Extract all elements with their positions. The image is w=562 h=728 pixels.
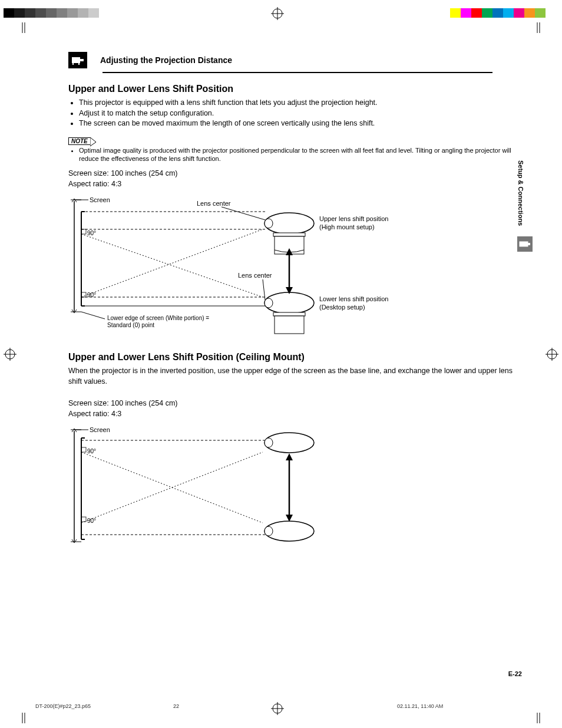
svg-rect-51 — [273, 312, 305, 316]
registration-mark-icon — [271, 7, 284, 20]
spec-screen-size: Screen size: 100 inches (254 cm) — [68, 169, 522, 179]
spec-aspect-ratio: Aspect ratio: 4:3 — [68, 179, 522, 190]
bullet-item: This projector is equipped with a lens s… — [79, 98, 522, 108]
screen-label: Screen — [90, 196, 110, 203]
crop-mark-icon — [537, 22, 550, 35]
svg-marker-28 — [90, 137, 96, 146]
section1-heading: Upper and Lower Lens Shift Position — [68, 84, 522, 94]
section2-intro: When the projector is in the inverted po… — [68, 366, 522, 387]
note-item: Optimal image quality is produced with t… — [79, 146, 522, 163]
registration-mark-icon — [546, 348, 558, 361]
svg-rect-52 — [275, 316, 304, 334]
section1-bullets: This projector is equipped with a lens s… — [68, 98, 522, 129]
lens-center-label: Lens center — [238, 272, 272, 279]
svg-line-39 — [81, 234, 263, 297]
footer-date: 02.11.21, 11:40 AM — [397, 703, 443, 709]
print-footer: DT-200(E)#p22_23.p65 22 02.11.21, 11:40 … — [35, 703, 527, 709]
ceiling-mount-diagram: Screen 90° 90° — [68, 424, 492, 556]
spec-aspect-ratio: Aspect ratio: 4:3 — [68, 409, 522, 420]
svg-rect-38 — [81, 229, 86, 234]
svg-line-48 — [222, 207, 265, 220]
crop-mark-icon — [22, 710, 35, 723]
note-label: NOTE — [71, 138, 88, 144]
footer-file: DT-200(E)#p22_23.p65 — [35, 703, 91, 709]
projector-upper-icon — [265, 213, 314, 254]
angle-label: 90° — [87, 292, 96, 298]
screen-label: Screen — [90, 426, 110, 433]
angle-label: 90° — [87, 448, 96, 454]
footer-page: 22 — [173, 703, 179, 709]
svg-line-57 — [81, 312, 105, 319]
svg-line-40 — [81, 229, 263, 297]
note-tag: NOTE — [68, 137, 91, 145]
svg-rect-25 — [528, 243, 530, 245]
page-content: Adjusting the Projection Distance Upper … — [68, 52, 522, 574]
angle-label: 90° — [87, 230, 96, 236]
registration-mark-icon — [4, 348, 16, 361]
crop-mark-icon — [22, 22, 35, 35]
svg-rect-66 — [81, 447, 86, 452]
lens-shift-diagram: Screen 90° 90° Lens center Upper lens sh… — [68, 194, 492, 334]
edge-note: Lower edge of screen (White portion) = — [107, 315, 209, 321]
bullet-item: The screen can be moved maximum the leng… — [79, 118, 522, 129]
svg-marker-77 — [286, 515, 293, 522]
svg-point-45 — [265, 219, 273, 228]
section2-heading: Upper and Lower Lens Shift Position (Cei… — [68, 352, 522, 363]
page-number: E-22 — [508, 670, 522, 677]
note-block: NOTE Optimal image quality is produced w… — [68, 135, 522, 163]
header-rule — [103, 72, 492, 73]
svg-rect-46 — [273, 233, 305, 236]
svg-point-74 — [265, 526, 273, 536]
note-text: Optimal image quality is produced with t… — [68, 146, 522, 163]
spec-block-2: Screen size: 100 inches (254 cm) Aspect … — [68, 398, 522, 419]
svg-rect-43 — [81, 292, 86, 297]
header-bar: Adjusting the Projection Distance — [68, 52, 522, 68]
spec-block: Screen size: 100 inches (254 cm) Aspect … — [68, 169, 522, 189]
projector-lower-inverted-icon — [265, 521, 314, 541]
header-title: Adjusting the Projection Distance — [100, 55, 232, 65]
edge-note2: Standard (0) point — [107, 322, 154, 328]
projector-lower-icon — [265, 292, 314, 334]
lower-pos-sub: (Desktop setup) — [319, 304, 365, 311]
svg-marker-76 — [286, 453, 293, 460]
upper-pos-sub: (High mount setup) — [319, 223, 375, 230]
projector-upper-inverted-icon — [265, 433, 314, 453]
angle-label: 90° — [87, 518, 96, 524]
lower-pos-label: Lower lens shift position — [319, 295, 388, 302]
bullet-item: Adjust it to match the setup configurati… — [79, 108, 522, 119]
projector-icon — [68, 52, 87, 68]
svg-point-50 — [265, 298, 273, 308]
svg-point-72 — [265, 438, 273, 447]
spec-screen-size: Screen size: 100 inches (254 cm) — [68, 398, 522, 409]
lens-center-label: Lens center — [197, 200, 231, 207]
upper-pos-label: Upper lens shift position — [319, 215, 388, 222]
crop-mark-icon — [537, 710, 550, 723]
svg-rect-69 — [81, 517, 86, 522]
